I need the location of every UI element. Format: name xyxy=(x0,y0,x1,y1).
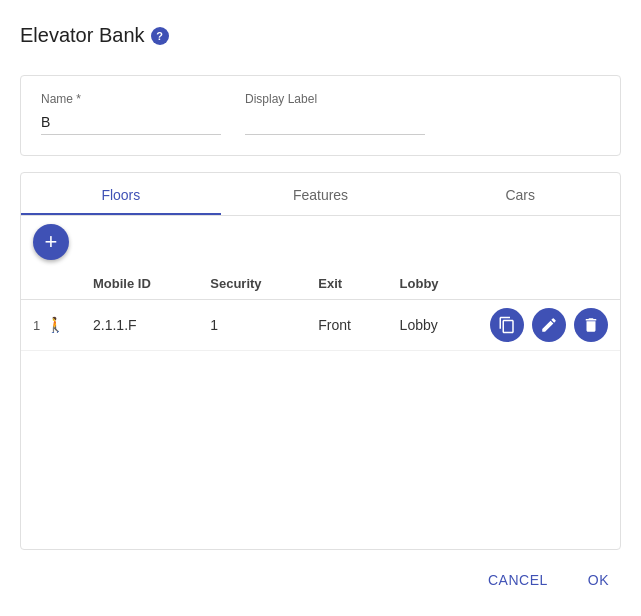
add-floor-button[interactable]: + xyxy=(33,224,69,260)
ok-button[interactable]: OK xyxy=(576,564,621,596)
copy-icon xyxy=(498,316,516,334)
form-row: Name * Display Label xyxy=(41,92,600,135)
tab-floors[interactable]: Floors xyxy=(21,173,221,215)
col-floor-num xyxy=(21,268,81,300)
tab-features[interactable]: Features xyxy=(221,173,421,215)
help-icon[interactable]: ? xyxy=(151,27,169,45)
floor-num-cell: 1 🚶 xyxy=(21,300,81,351)
delete-icon xyxy=(582,316,600,334)
row-actions-cell xyxy=(478,300,620,351)
exit-cell: Front xyxy=(306,300,387,351)
page-container: Elevator Bank ? Name * Display Label Flo… xyxy=(0,0,641,616)
page-title: Elevator Bank xyxy=(20,24,145,47)
name-field: Name * xyxy=(41,92,221,135)
table-toolbar: + xyxy=(21,216,620,268)
display-label-label: Display Label xyxy=(245,92,425,106)
col-mobile-id: Mobile ID xyxy=(81,268,198,300)
tabs-header: Floors Features Cars xyxy=(21,173,620,216)
footer: Cancel OK xyxy=(20,550,621,596)
tab-content-floors: + Mobile ID Security xyxy=(21,216,620,549)
title-row: Elevator Bank ? xyxy=(20,24,621,47)
lobby-cell: Lobby xyxy=(388,300,478,351)
form-section: Name * Display Label xyxy=(20,75,621,156)
delete-row-button[interactable] xyxy=(574,308,608,342)
name-input[interactable] xyxy=(41,110,221,135)
security-cell: 1 xyxy=(198,300,306,351)
copy-row-button[interactable] xyxy=(490,308,524,342)
col-lobby: Lobby xyxy=(388,268,478,300)
table-header-row: Mobile ID Security Exit Lobby xyxy=(21,268,620,300)
tabs-section: Floors Features Cars + xyxy=(20,172,621,550)
plus-icon: + xyxy=(45,229,58,255)
edit-row-button[interactable] xyxy=(532,308,566,342)
table-container: + Mobile ID Security xyxy=(21,216,620,351)
person-icon: 🚶 xyxy=(46,316,65,334)
col-actions xyxy=(478,268,620,300)
col-security: Security xyxy=(198,268,306,300)
display-label-field: Display Label xyxy=(245,92,425,135)
display-label-input[interactable] xyxy=(245,110,425,135)
tab-cars[interactable]: Cars xyxy=(420,173,620,215)
mobile-id-cell: 2.1.1.F xyxy=(81,300,198,351)
row-actions xyxy=(490,308,608,342)
floors-table: Mobile ID Security Exit Lobby xyxy=(21,268,620,351)
col-exit: Exit xyxy=(306,268,387,300)
cancel-button[interactable]: Cancel xyxy=(476,564,560,596)
name-label: Name * xyxy=(41,92,221,106)
table-row: 1 🚶 2.1.1.F 1 Front Lobby xyxy=(21,300,620,351)
edit-icon xyxy=(540,316,558,334)
